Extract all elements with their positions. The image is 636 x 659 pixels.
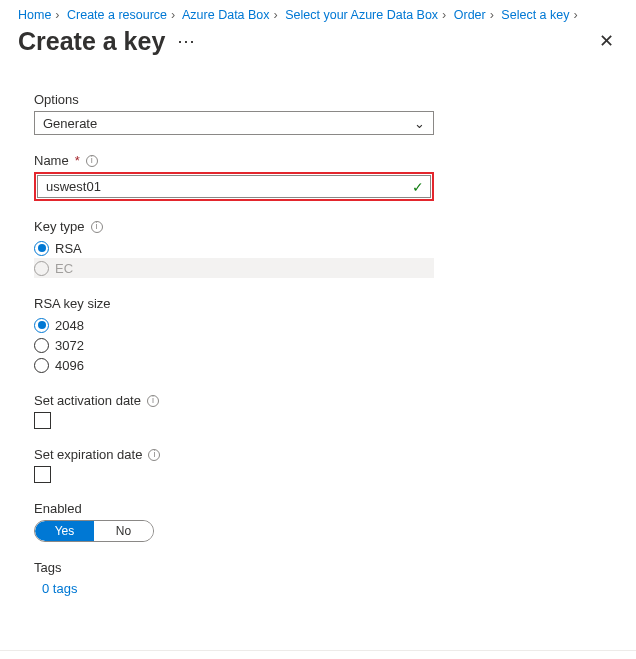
keysize-radio-2048[interactable]: 2048 [34, 315, 618, 335]
options-select[interactable]: Generate ⌄ [34, 111, 434, 135]
keytype-field: Key type i RSA EC [34, 219, 618, 278]
name-input[interactable] [44, 178, 386, 195]
keysize-label: RSA key size [34, 296, 618, 311]
keytype-radio-rsa[interactable]: RSA [34, 238, 618, 258]
activation-checkbox[interactable] [34, 412, 51, 429]
chevron-right-icon: › [442, 8, 446, 22]
radio-label: 2048 [55, 318, 84, 333]
more-actions-button[interactable]: ⋯ [177, 30, 196, 52]
toggle-yes: Yes [35, 521, 94, 541]
radio-icon [34, 241, 49, 256]
tags-link[interactable]: 0 tags [42, 581, 618, 596]
chevron-right-icon: › [55, 8, 59, 22]
info-icon[interactable]: i [148, 449, 160, 461]
close-icon[interactable]: ✕ [595, 26, 618, 56]
radio-icon [34, 358, 49, 373]
toggle-no: No [94, 521, 153, 541]
breadcrumb-item[interactable]: Home [18, 8, 51, 22]
options-value: Generate [43, 116, 97, 131]
enabled-label: Enabled [34, 501, 618, 516]
chevron-right-icon: › [490, 8, 494, 22]
chevron-right-icon: › [171, 8, 175, 22]
page-header: Create a key ⋯ ✕ [0, 24, 636, 62]
breadcrumb-item[interactable]: Azure Data Box [182, 8, 270, 22]
keysize-field: RSA key size 2048 3072 4096 [34, 296, 618, 375]
options-label: Options [34, 92, 618, 107]
name-field: Name * i ✓ [34, 153, 618, 201]
info-icon[interactable]: i [91, 221, 103, 233]
tags-label: Tags [34, 560, 618, 575]
required-indicator: * [75, 153, 80, 168]
keytype-label: Key type [34, 219, 85, 234]
page-title: Create a key [18, 27, 165, 56]
check-icon: ✓ [412, 179, 424, 195]
enabled-toggle[interactable]: Yes No [34, 520, 154, 542]
enabled-field: Enabled Yes No [34, 501, 618, 542]
keysize-radio-4096[interactable]: 4096 [34, 355, 618, 375]
chevron-right-icon: › [274, 8, 278, 22]
activation-field: Set activation date i [34, 393, 618, 429]
name-label: Name [34, 153, 69, 168]
expiration-field: Set expiration date i [34, 447, 618, 483]
chevron-down-icon: ⌄ [414, 116, 425, 131]
info-icon[interactable]: i [86, 155, 98, 167]
radio-icon [34, 338, 49, 353]
expiration-label: Set expiration date [34, 447, 142, 462]
chevron-right-icon: › [573, 8, 577, 22]
radio-icon [34, 318, 49, 333]
activation-label: Set activation date [34, 393, 141, 408]
keytype-radio-ec: EC [34, 258, 434, 278]
options-field: Options Generate ⌄ [34, 92, 618, 135]
keysize-radio-3072[interactable]: 3072 [34, 335, 618, 355]
radio-label: 4096 [55, 358, 84, 373]
info-icon[interactable]: i [147, 395, 159, 407]
breadcrumb-item[interactable]: Order [454, 8, 486, 22]
breadcrumb-item[interactable]: Create a resource [67, 8, 167, 22]
radio-label: RSA [55, 241, 82, 256]
radio-label: EC [55, 261, 73, 276]
breadcrumb: Home› Create a resource› Azure Data Box›… [0, 0, 636, 24]
breadcrumb-item[interactable]: Select your Azure Data Box [285, 8, 438, 22]
radio-icon [34, 261, 49, 276]
breadcrumb-item[interactable]: Select a key [501, 8, 569, 22]
expiration-checkbox[interactable] [34, 466, 51, 483]
radio-label: 3072 [55, 338, 84, 353]
footer: Create [0, 650, 636, 659]
tags-field: Tags 0 tags [34, 560, 618, 596]
